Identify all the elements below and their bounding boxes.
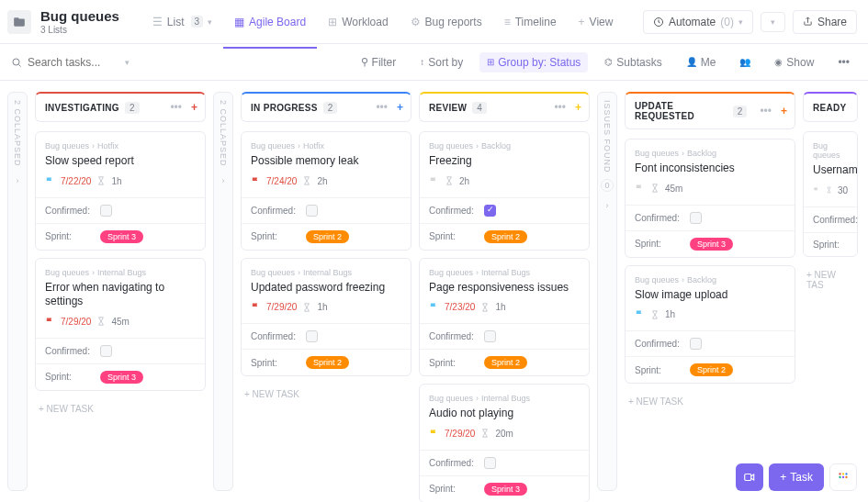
view-agile-board[interactable]: ▦Agile Board — [223, 8, 317, 36]
svg-point-8 — [845, 476, 847, 478]
view-workload[interactable]: ⊞Workload — [317, 8, 399, 36]
assignee-button[interactable]: 👥 — [732, 53, 758, 71]
share-button[interactable]: Share — [793, 10, 857, 34]
card-title: Page responsiveness issues — [429, 281, 580, 296]
fab-record[interactable] — [736, 463, 763, 491]
column-add-icon[interactable]: + — [779, 105, 789, 117]
svg-point-4 — [842, 473, 844, 474]
column-update-requested: UPDATE REQUESTED 2 ••• + Bug queues›Back… — [625, 92, 795, 491]
confirmed-checkbox[interactable] — [484, 205, 496, 217]
sprint-badge[interactable]: Sprint 2 — [306, 356, 349, 369]
card-title: Slow speed report — [45, 154, 196, 169]
column-in-progress: IN PROGRESS 2 ••• + Bug queues›Hotfix Po… — [241, 92, 411, 491]
automate-button[interactable]: Automate (0) ▾ — [643, 10, 753, 34]
task-card[interactable]: Bug queues›Internal Bugs Updated passwor… — [241, 258, 411, 377]
confirmed-checkbox[interactable] — [306, 205, 318, 217]
collapsed-column[interactable]: 2 COLLAPSED› — [213, 92, 233, 491]
search-input[interactable] — [28, 56, 119, 69]
column-add-icon[interactable]: + — [395, 101, 405, 114]
view-timeline[interactable]: ≡Timeline — [493, 8, 568, 36]
column-header[interactable]: REVIEW 4 ••• + — [419, 92, 590, 122]
filter-button[interactable]: ⚲Filter — [354, 52, 404, 73]
search-wrap[interactable]: ▾ — [11, 56, 149, 69]
column-header[interactable]: INVESTIGATING 2 ••• + — [35, 92, 206, 122]
task-card[interactable]: Bug queues›Backlog Slow image upload 1h … — [625, 265, 795, 385]
view-view[interactable]: +View — [568, 8, 625, 36]
show-button[interactable]: ◉Show — [767, 52, 821, 73]
task-card[interactable]: Bug queues›Backlog Font inconsistencies … — [625, 139, 795, 258]
card-title: Slow image upload — [635, 288, 785, 303]
subtasks-button[interactable]: ⌬Subtasks — [597, 52, 669, 73]
column-more-icon[interactable]: ••• — [374, 101, 389, 114]
task-card[interactable]: Bug queues›Backlog Freezing 2h Confirmed… — [419, 131, 590, 251]
sort-button[interactable]: ↕Sort by — [412, 52, 470, 73]
breadcrumb: Bug queues›Internal Bugs — [429, 394, 580, 403]
group-button[interactable]: ⊞Group by: Status — [479, 52, 588, 73]
sprint-badge[interactable]: Sprint 3 — [100, 371, 143, 384]
task-card[interactable]: Bug queues›Hotfix Slow speed report 7/22… — [35, 131, 206, 251]
sprint-badge[interactable]: Sprint 3 — [484, 483, 527, 496]
view-bug-reports[interactable]: ⚙Bug reports — [400, 8, 493, 36]
column-add-icon[interactable]: + — [189, 101, 199, 114]
collapsed-column[interactable]: 2 COLLAPSED› — [7, 92, 28, 491]
card-title: Usernam — [813, 163, 848, 178]
breadcrumb: Bug queues›Backlog — [429, 141, 580, 151]
confirmed-checkbox[interactable] — [690, 338, 702, 350]
new-task-button[interactable]: + NEW TAS — [803, 264, 858, 296]
column-more-icon[interactable]: ••• — [552, 101, 568, 114]
column-header[interactable]: UPDATE REQUESTED 2 ••• + — [625, 92, 795, 129]
card-title: Possible memory leak — [251, 154, 401, 169]
task-card[interactable]: Bug queues›Internal Bugs Page responsive… — [419, 258, 590, 377]
confirmed-checkbox[interactable] — [306, 330, 318, 342]
breadcrumb: Bug queues›Hotfix — [251, 141, 401, 151]
column-add-icon[interactable]: + — [573, 101, 583, 114]
title-block: Bug queues 3 Lists — [40, 9, 119, 35]
confirmed-checkbox[interactable] — [100, 345, 112, 357]
sprint-badge[interactable]: Sprint 3 — [100, 230, 143, 243]
column-ready: READY ••• + Bug queues Usernam 30 Confir… — [803, 92, 858, 491]
confirmed-checkbox[interactable] — [484, 330, 496, 342]
sprint-badge[interactable]: Sprint 2 — [484, 356, 527, 369]
breadcrumb: Bug queues — [813, 141, 848, 160]
confirmed-checkbox[interactable] — [690, 212, 702, 224]
column-more-icon[interactable]: ••• — [168, 101, 184, 114]
sprint-badge[interactable]: Sprint 3 — [690, 238, 733, 251]
header-dropdown[interactable]: ▾ — [761, 12, 785, 32]
page-subtitle: 3 Lists — [40, 25, 119, 35]
card-title: Error when navigating to settings — [45, 281, 196, 309]
search-dropdown[interactable]: ▾ — [125, 58, 130, 67]
fab-task[interactable]: +Task — [769, 463, 824, 491]
header: Bug queues 3 Lists ☰List3▾▦Agile Board⊞W… — [0, 0, 868, 44]
new-task-button[interactable]: + NEW TASK — [241, 384, 411, 405]
task-card[interactable]: Bug queues›Hotfix Possible memory leak 7… — [241, 131, 411, 251]
confirmed-checkbox[interactable] — [100, 205, 112, 217]
search-icon — [11, 57, 22, 68]
breadcrumb: Bug queues›Internal Bugs — [45, 268, 196, 277]
confirmed-checkbox[interactable] — [484, 457, 496, 469]
breadcrumb: Bug queues›Internal Bugs — [429, 268, 580, 277]
svg-point-7 — [842, 476, 844, 478]
sprint-badge[interactable]: Sprint 2 — [306, 230, 349, 243]
view-list[interactable]: ☰List3▾ — [141, 8, 223, 36]
page-title: Bug queues — [40, 9, 119, 23]
new-task-button[interactable]: + NEW TASK — [35, 398, 206, 419]
fab-apps[interactable] — [829, 463, 857, 491]
board: 2 COLLAPSED› INVESTIGATING 2 ••• + Bug q… — [0, 81, 868, 502]
collapsed-column[interactable]: ISSUES FOUND0› — [597, 92, 617, 491]
sprint-badge[interactable]: Sprint 2 — [484, 230, 527, 243]
card-title: Font inconsistencies — [635, 162, 785, 176]
card-title: Audio not playing — [429, 407, 580, 421]
new-task-button[interactable]: + NEW TASK — [625, 391, 795, 412]
breadcrumb: Bug queues›Hotfix — [45, 141, 196, 151]
task-card[interactable]: Bug queues›Internal Bugs Error when navi… — [35, 258, 206, 391]
column-more-icon[interactable]: ••• — [758, 105, 773, 117]
column-header[interactable]: READY ••• + — [803, 92, 858, 122]
sprint-badge[interactable]: Sprint 2 — [690, 363, 733, 376]
column-header[interactable]: IN PROGRESS 2 ••• + — [241, 92, 411, 122]
task-card[interactable]: Bug queues›Internal Bugs Audio not playi… — [419, 384, 590, 502]
column-review: REVIEW 4 ••• + Bug queues›Backlog Freezi… — [419, 92, 590, 491]
more-button[interactable]: ••• — [830, 52, 857, 73]
me-button[interactable]: 👤Me — [679, 52, 724, 73]
task-card[interactable]: Bug queues Usernam 30 Confirmed:Sprint: — [803, 131, 858, 257]
svg-point-1 — [13, 59, 19, 65]
